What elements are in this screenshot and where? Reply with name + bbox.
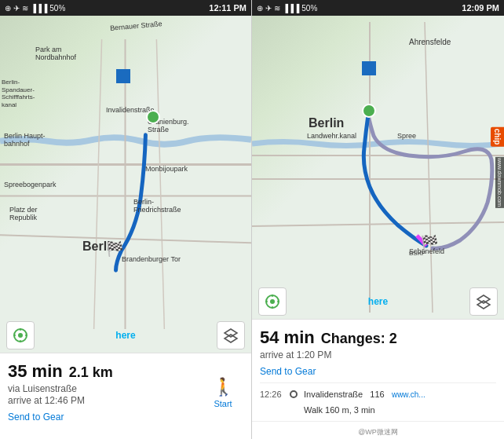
route-text-1: Invalidenstraße 116 www.ch... [304, 390, 425, 399]
left-info-panel: 35 min 2.1 km via Luisenstraße arrive at… [0, 353, 251, 439]
bluetooth-icon: ⊕ [5, 4, 11, 13]
wp-watermark: @WP微迷网 [358, 428, 398, 436]
right-layers-icon [476, 294, 491, 309]
right-map[interactable]: Ahrensfelde Berlin Landwehr.kanal Spree … [252, 16, 504, 319]
left-origin-marker [146, 110, 160, 124]
right-status-bar: ⊕ ✈ ≋ ▐▐▐ 50% 12:09 PM [252, 0, 504, 16]
svg-line-3 [94, 39, 102, 329]
layers-icon [223, 327, 239, 343]
right-route-svg [252, 16, 504, 319]
chip-watermark: chip [491, 127, 504, 147]
left-start-label: Start [214, 399, 232, 408]
right-gps-icon [265, 294, 280, 309]
left-map[interactable]: Park amNordbahnhof Berlin-Spandauer-Schi… [0, 16, 251, 353]
airplane-icon: ✈ [13, 4, 20, 13]
left-info-top: 35 min 2.1 km via Luisenstraße arrive at… [8, 361, 243, 423]
right-wifi-icon: ≋ [274, 4, 280, 13]
bottom-watermark: @WP微迷网 [252, 421, 504, 439]
right-battery-text: 50% [301, 4, 317, 13]
gps-icon [13, 327, 28, 343]
left-flag-marker: 🏁 [106, 240, 123, 258]
download-watermark: www.downmob.com [495, 157, 504, 207]
left-layers-button[interactable] [217, 321, 245, 349]
right-layers-button[interactable] [469, 287, 498, 316]
left-time: 12:11 PM [209, 3, 247, 13]
route-time-1: 12:26 [260, 390, 283, 399]
left-duration-distance: 35 min 2.1 km [8, 361, 203, 382]
right-airplane-icon: ✈ [265, 4, 272, 13]
right-signal-icon: ▐▐▐ [283, 4, 299, 13]
left-arrive: arrive at 12:46 PM [8, 395, 203, 406]
right-bluetooth-icon: ⊕ [257, 4, 263, 13]
left-map-controls: here [0, 318, 251, 353]
wifi-icon: ≋ [22, 4, 28, 13]
svg-point-7 [18, 333, 23, 338]
right-send-gear[interactable]: Send to Gear [260, 366, 316, 377]
walk-icon: 🚶 [213, 377, 234, 397]
left-info-main: 35 min 2.1 km via Luisenstraße arrive at… [8, 361, 203, 423]
left-status-bar: ⊕ ✈ ≋ ▐▐▐ 50% 12:11 PM [0, 0, 251, 16]
battery-icon: 50% [49, 4, 65, 13]
left-gps-button[interactable] [6, 321, 35, 349]
right-duration: 54 min [260, 327, 315, 348]
left-here-logo: here [115, 330, 135, 341]
left-panel: ⊕ ✈ ≋ ▐▐▐ 50% 12:11 PM [0, 0, 252, 439]
right-duration-changes: 54 min Changes: 2 [260, 327, 496, 348]
left-duration: 35 min [8, 361, 63, 382]
right-here-logo: here [368, 296, 388, 307]
right-dest-marker [362, 61, 376, 75]
signal-icon: ▐▐▐ [31, 4, 47, 13]
svg-marker-13 [225, 335, 237, 342]
svg-line-17 [425, 22, 433, 313]
right-origin-dot [366, 108, 372, 114]
svg-line-4 [156, 39, 164, 329]
left-start-button[interactable]: 🚶 Start [203, 372, 243, 413]
svg-line-18 [252, 222, 504, 226]
origin-dot [150, 114, 156, 120]
right-changes: Changes: 2 [321, 331, 397, 347]
left-send-gear[interactable]: Send to Gear [8, 412, 64, 423]
right-panel: ⊕ ✈ ≋ ▐▐▐ 50% 12:09 PM [252, 0, 504, 439]
right-arrive: arrive at 1:20 PM [260, 349, 496, 360]
main-container: ⊕ ✈ ≋ ▐▐▐ 50% 12:11 PM [0, 0, 504, 439]
left-route-svg [0, 16, 251, 353]
right-flag-marker: 🏁 [421, 234, 438, 251]
route-item-1: 12:26 Invalidenstraße 116 www.ch... [260, 386, 496, 402]
route-dot-1 [290, 390, 298, 398]
right-info-panel: 54 min Changes: 2 arrive at 1:20 PM Send… [252, 319, 504, 421]
left-map-bg: Park amNordbahnhof Berlin-Spandauer-Schi… [0, 16, 251, 353]
left-distance: 2.1 km [69, 364, 113, 381]
left-status-icons: ⊕ ✈ ≋ ▐▐▐ 50% [5, 4, 65, 13]
right-time: 12:09 PM [462, 3, 499, 13]
svg-marker-25 [477, 295, 490, 303]
right-map-controls: here [252, 284, 504, 319]
route-text-2: Walk 160 m, 3 min [304, 405, 375, 415]
svg-point-20 [270, 299, 275, 304]
right-status-icons: ⊕ ✈ ≋ ▐▐▐ 50% [257, 4, 317, 13]
route-item-2: Walk 160 m, 3 min [260, 402, 496, 418]
svg-marker-26 [477, 301, 490, 309]
right-map-bg: Ahrensfelde Berlin Landwehr.kanal Spree … [252, 16, 504, 319]
right-origin-marker [362, 104, 376, 118]
left-via: via Luisenstraße [8, 383, 203, 394]
right-gps-button[interactable] [258, 287, 287, 316]
right-route-list: 12:26 Invalidenstraße 116 www.ch... Walk… [260, 382, 496, 418]
left-dest-marker [116, 69, 130, 83]
route-link-1[interactable]: www.ch... [392, 390, 425, 399]
svg-marker-12 [225, 329, 237, 337]
